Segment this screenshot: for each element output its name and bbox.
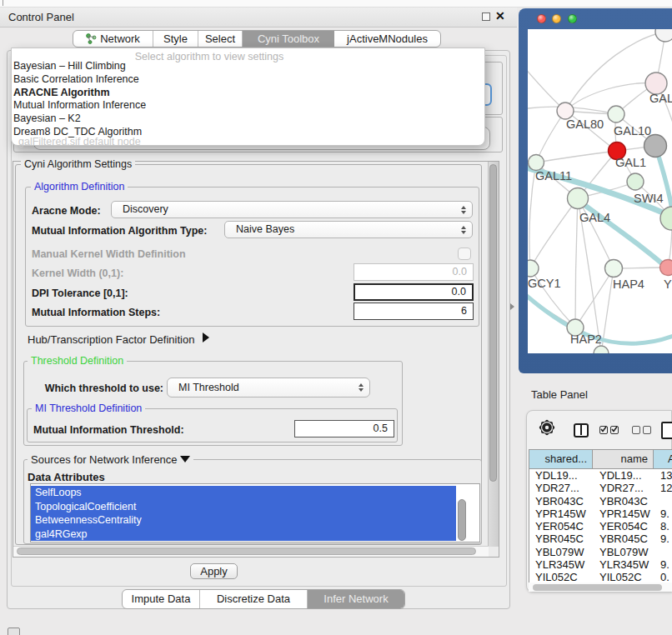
node-label: GAL7 [649, 92, 672, 105]
data-attribute-item[interactable]: SelfLoops [31, 486, 456, 500]
split-columns-icon[interactable] [574, 423, 589, 438]
tab-select[interactable]: Select [198, 31, 243, 47]
gear-icon[interactable] [539, 419, 555, 436]
node-label: HAP4 [613, 278, 644, 291]
mi-threshold-input[interactable]: 0.5 [294, 420, 394, 438]
network-edge [575, 268, 614, 328]
node-label: GAL80 [566, 118, 604, 131]
network-node-hap4[interactable] [605, 260, 623, 278]
algorithm-option[interactable]: Bayesian – Hill Climbing [13, 60, 476, 73]
list-scrollbar-thumb[interactable] [458, 499, 466, 541]
table-cell: YPR145W [593, 508, 654, 520]
table-cell: YER054C [593, 520, 654, 532]
table-row[interactable]: YBR045CYBR045C9. [529, 532, 672, 545]
network-icon [86, 33, 97, 44]
tab-cyni-toolbox[interactable]: Cyni Toolbox [243, 31, 334, 47]
table-row[interactable]: YDR27...YDR27...12 [529, 482, 672, 494]
data-attributes-label: Data Attributes [28, 471, 105, 483]
table-cell: YER054C [529, 520, 593, 532]
network-edge [565, 83, 656, 111]
data-attributes-list[interactable]: SelfLoopsTopologicalCoefficientBetweenne… [30, 483, 480, 542]
algorithm-option[interactable]: Basic Correlation Inference [13, 73, 476, 87]
table-row[interactable]: YPR145WYPR145W9. [529, 508, 672, 520]
data-attribute-item[interactable]: BetweennessCentrality [31, 513, 456, 528]
close-panel-icon[interactable]: ✕ [495, 9, 505, 22]
network-canvas[interactable]: GAL7GAL80GAL10GAL1GAL11SWI4GAL4GCY1HAP4Y… [528, 29, 672, 353]
data-attribute-item[interactable]: gal4RGexp [31, 528, 456, 542]
network-node-gal4[interactable] [568, 188, 589, 209]
tab-network[interactable]: Network [73, 31, 153, 47]
network-node-gal80[interactable] [557, 102, 574, 119]
table-cell: YLR345W [529, 558, 593, 571]
table-row[interactable]: YLR345WYLR345W9. [529, 558, 672, 571]
network-view-window[interactable]: GAL7GAL80GAL10GAL1GAL11SWI4GAL4GCY1HAP4Y… [519, 8, 672, 373]
algorithm-option[interactable]: Bayesian – K2 [13, 112, 476, 126]
hub-definition-label[interactable]: Hub/Transcription Factor Definition [28, 333, 194, 346]
node-label: SWI4 [634, 192, 663, 205]
aracne-mode-combo[interactable]: Discovery [111, 201, 473, 218]
table-row[interactable]: YBL079WYBL079W [529, 546, 672, 558]
unchecked-column-icon-1[interactable] [632, 426, 640, 434]
algorithm-option[interactable]: ARACNE Algorithm [13, 87, 476, 100]
vertical-scrollbar-thumb[interactable] [489, 164, 497, 482]
network-node-swi4[interactable] [627, 173, 644, 190]
column-header[interactable]: A [654, 450, 672, 468]
zoom-traffic-light[interactable] [568, 14, 577, 23]
mi-type-combo[interactable]: Naive Bayes [224, 221, 473, 238]
cyni-bottom-tabs: Impute DataDiscretize DataInfer Network [122, 589, 405, 609]
table-row[interactable]: YIL052CYIL052C0. [529, 571, 672, 582]
splitter-arrow-icon[interactable] [510, 303, 514, 310]
table-row[interactable]: YER054CYER054C8. [529, 520, 672, 532]
table-file-icon[interactable] [661, 422, 672, 439]
float-window-icon[interactable] [482, 12, 490, 21]
network-node-y[interactable] [660, 260, 672, 276]
table-cell: 12 [654, 482, 672, 494]
dpi-tolerance-value: 0.0 [452, 286, 466, 298]
tab-impute-data[interactable]: Impute Data [123, 590, 200, 608]
algorithm-option[interactable]: Mutual Information Inference [13, 99, 476, 112]
tab-jactivemnodules[interactable]: jActiveMNodules [334, 31, 440, 47]
network-node[interactable] [655, 29, 672, 42]
tab-infer-network[interactable]: Infer Network [308, 590, 404, 608]
data-attribute-item[interactable]: TopologicalCoefficient [31, 500, 456, 514]
minimize-traffic-light[interactable] [552, 14, 561, 23]
table-row[interactable]: YBR043CYBR043C [529, 495, 672, 508]
network-node[interactable] [594, 346, 609, 353]
mi-steps-input[interactable]: 6 [354, 302, 474, 320]
node-label: HAP2 [570, 332, 602, 346]
network-node[interactable] [644, 135, 667, 158]
column-header[interactable]: shared... [529, 450, 593, 468]
network-node-gal11[interactable] [529, 155, 544, 171]
apply-button[interactable]: Apply [190, 563, 238, 579]
node-table: shared...nameA YDL19...YDL19...13YDR27..… [529, 449, 672, 582]
tab-discretize-data[interactable]: Discretize Data [200, 590, 308, 608]
network-node-gal10[interactable] [608, 106, 624, 122]
column-header[interactable]: name [593, 450, 654, 468]
close-traffic-light[interactable] [537, 14, 546, 23]
network-node-gcy1[interactable] [528, 260, 539, 277]
dpi-tolerance-input[interactable]: 0.0 [354, 283, 474, 301]
collapse-icon[interactable] [180, 456, 190, 462]
unchecked-column-icon-2[interactable] [643, 426, 651, 434]
table-cell: YDR27... [593, 482, 654, 494]
panel-title: Control Panel [8, 11, 74, 23]
mi-threshold-group-title: MI Threshold Definition [32, 403, 145, 414]
cyni-algorithm-settings-title: Cyni Algorithm Settings [21, 159, 135, 170]
tab-style[interactable]: Style [153, 31, 198, 47]
table-cell: YDL19... [593, 469, 654, 482]
top-left-tick [3, 0, 3, 6]
checked-column-icon-1[interactable] [599, 426, 608, 434]
checked-column-icon-2[interactable] [610, 426, 619, 434]
table-cell: 9. [654, 558, 672, 571]
table-row[interactable]: YDL19...YDL19...13 [529, 469, 672, 482]
table-cell: YIL052C [529, 571, 593, 582]
manual-kernel-checkbox[interactable] [458, 248, 471, 260]
docked-panel-icon[interactable] [8, 628, 20, 635]
network-edge [536, 151, 617, 162]
table-hscrollbar[interactable] [529, 582, 672, 592]
horizontal-scrollbar-thumb[interactable] [17, 548, 476, 555]
sources-title-text: Sources for Network Inference [31, 453, 178, 466]
hub-expand-icon[interactable] [203, 332, 209, 342]
which-threshold-combo[interactable]: MI Threshold [167, 378, 370, 398]
kernel-width-input[interactable]: 0.0 [354, 263, 474, 281]
